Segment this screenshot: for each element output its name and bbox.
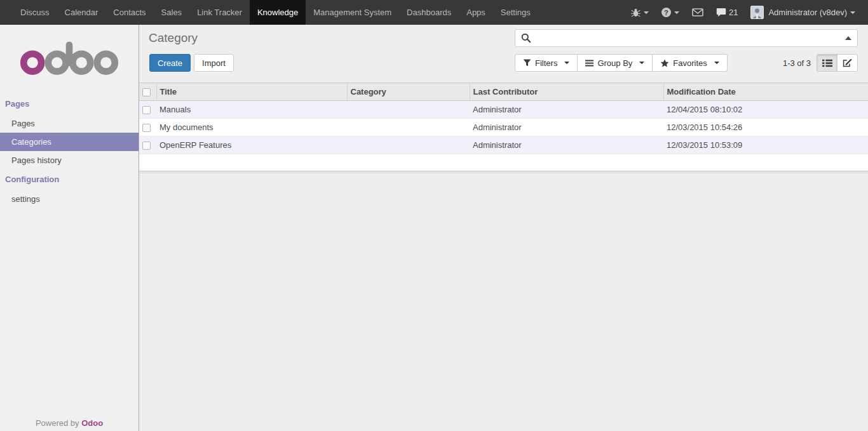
row-select-cell <box>139 136 156 154</box>
table-row[interactable]: Manuals Administrator 12/04/2015 08:10:0… <box>139 101 868 119</box>
chevron-down-icon <box>674 11 679 14</box>
menu-dashboards[interactable]: Dashboards <box>399 0 459 25</box>
user-name-label: Administrator (v8dev) <box>768 8 847 17</box>
search-input[interactable] <box>535 34 841 43</box>
app-sidebar: Pages Pages Categories Pages history Con… <box>0 25 139 431</box>
help-menu[interactable]: ? <box>655 8 686 17</box>
bug-icon <box>631 8 641 17</box>
cell-category <box>347 119 470 136</box>
menu-management-system[interactable]: Management System <box>306 0 399 25</box>
chat-count-badge: 21 <box>729 8 738 17</box>
secondary-menu: Pages Pages Categories Pages history Con… <box>0 94 139 208</box>
filters-button[interactable]: Filters <box>515 54 578 72</box>
cell-modification-date: 12/03/2015 10:54:26 <box>663 119 868 136</box>
select-all-cell <box>139 83 156 101</box>
group-by-icon <box>585 60 593 67</box>
column-header-last-contributor[interactable]: Last Contributor <box>470 83 663 101</box>
main-menus: Discuss Calendar Contacts Sales Link Tra… <box>13 0 538 25</box>
chevron-down-icon <box>644 11 649 14</box>
column-header-modification-date[interactable]: Modification Date <box>663 83 868 101</box>
search-expand-icon[interactable] <box>845 36 851 40</box>
section-title-configuration: Configuration <box>0 169 139 190</box>
chat-messages[interactable]: 21 <box>710 8 744 17</box>
column-header-category[interactable]: Category <box>347 83 470 101</box>
sidebar-item-categories[interactable]: Categories <box>0 133 139 151</box>
favorites-button[interactable]: Favorites <box>652 54 727 72</box>
search-bar <box>515 29 858 47</box>
menu-contacts[interactable]: Contacts <box>105 0 153 25</box>
cell-modification-date: 12/04/2015 08:10:02 <box>663 101 868 119</box>
group-by-button[interactable]: Group By <box>577 54 653 72</box>
chevron-down-icon <box>564 62 569 64</box>
row-checkbox[interactable] <box>142 124 151 132</box>
empty-filler-row <box>139 154 868 171</box>
menu-calendar[interactable]: Calendar <box>57 0 106 25</box>
chevron-down-icon <box>639 62 644 64</box>
sidebar-item-pages[interactable]: Pages <box>0 114 139 133</box>
table-bottom-edge <box>139 171 868 173</box>
menu-apps[interactable]: Apps <box>459 0 493 25</box>
user-menu[interactable]: Administrator (v8dev) <box>744 6 862 19</box>
action-buttons: Create Import <box>149 54 234 72</box>
star-icon <box>660 59 669 67</box>
menu-link-tracker[interactable]: Link Tracker <box>189 0 250 25</box>
list-view-button[interactable] <box>817 54 837 72</box>
odoo-window: Discuss Calendar Contacts Sales Link Tra… <box>0 0 868 431</box>
chevron-down-icon <box>714 62 719 64</box>
powered-by-text: Powered by <box>36 418 79 428</box>
systray: ? 21 <box>625 0 868 25</box>
avatar <box>750 6 764 19</box>
cell-title: My documents <box>156 119 347 136</box>
messages-inbox[interactable] <box>686 8 710 17</box>
mail-icon <box>692 8 703 17</box>
powered-by: Powered by Odoo <box>0 416 139 430</box>
sidebar-item-pages-history[interactable]: Pages history <box>0 151 139 169</box>
cell-last-contributor: Administrator <box>470 136 663 154</box>
records-table: Title Category Last Contributor Modifica… <box>139 83 868 171</box>
cell-title: Manuals <box>156 101 347 119</box>
form-view-button[interactable] <box>837 54 858 72</box>
pager-label: 1-3 of 3 <box>783 58 811 68</box>
create-button[interactable]: Create <box>149 54 191 72</box>
menu-knowledge[interactable]: Knowledge <box>250 0 306 25</box>
cell-category <box>347 101 470 119</box>
section-title-pages: Pages <box>0 94 139 114</box>
view-switcher <box>817 54 858 72</box>
row-checkbox[interactable] <box>142 142 151 150</box>
main-content: Category Create Import <box>139 25 868 431</box>
menu-sales[interactable]: Sales <box>154 0 190 25</box>
filter-icon <box>523 59 531 67</box>
table-row[interactable]: OpenERP Features Administrator 12/03/201… <box>139 136 868 154</box>
group-by-label: Group By <box>597 58 632 68</box>
select-all-checkbox[interactable] <box>142 88 151 96</box>
sidebar-item-settings[interactable]: settings <box>0 190 139 208</box>
search-toolbar: Filters Group By <box>515 54 858 72</box>
chevron-down-icon <box>850 11 855 14</box>
odoo-brand-link[interactable]: Odoo <box>81 418 103 428</box>
menu-discuss[interactable]: Discuss <box>13 0 57 25</box>
cell-last-contributor: Administrator <box>470 101 663 119</box>
cell-category <box>347 136 470 154</box>
cell-modification-date: 12/03/2015 10:53:09 <box>663 136 868 154</box>
odoo-logo <box>18 38 120 76</box>
column-header-title[interactable]: Title <box>156 83 347 101</box>
table-row[interactable]: My documents Administrator 12/03/2015 10… <box>139 119 868 136</box>
search-icon <box>521 33 531 43</box>
top-menubar: Discuss Calendar Contacts Sales Link Tra… <box>0 0 868 25</box>
help-icon: ? <box>661 8 671 17</box>
import-button[interactable]: Import <box>194 54 234 72</box>
filter-button-group: Filters Group By <box>515 54 728 72</box>
cell-title: OpenERP Features <box>156 136 347 154</box>
debug-menu[interactable] <box>625 8 655 17</box>
row-select-cell <box>139 101 156 119</box>
favorites-label: Favorites <box>673 58 707 68</box>
control-panel: Category Create Import <box>139 25 868 83</box>
page-title: Category <box>149 31 198 45</box>
filters-label: Filters <box>535 58 557 68</box>
row-select-cell <box>139 119 156 136</box>
chat-bubble-icon <box>716 8 726 17</box>
cell-last-contributor: Administrator <box>470 119 663 136</box>
menu-settings[interactable]: Settings <box>493 0 538 25</box>
category-list-view: Title Category Last Contributor Modifica… <box>139 83 868 173</box>
row-checkbox[interactable] <box>142 106 151 114</box>
